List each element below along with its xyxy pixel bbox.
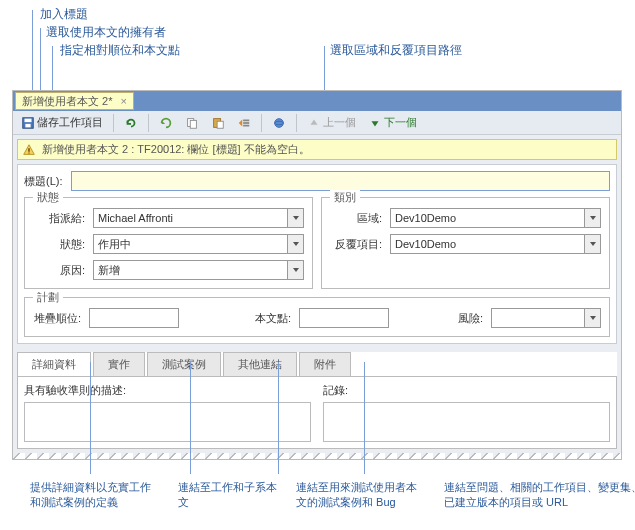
link-icon — [272, 116, 286, 130]
status-value: 作用中 — [94, 237, 287, 252]
svg-rect-2 — [25, 123, 30, 127]
iteration-label: 反覆項目: — [330, 237, 386, 252]
undo-icon — [124, 116, 138, 130]
reason-value: 新增 — [94, 263, 287, 278]
risk-combo[interactable] — [491, 308, 601, 328]
acceptance-label: 具有驗收準則的描述: — [24, 383, 311, 398]
chevron-down-icon[interactable] — [287, 209, 303, 227]
title-input[interactable] — [71, 171, 611, 191]
svg-rect-9 — [243, 124, 249, 126]
record-textarea[interactable] — [323, 402, 610, 442]
acceptance-textarea[interactable] — [24, 402, 311, 442]
torn-edge — [13, 453, 621, 459]
toolbar: 儲存工作項目 — [13, 111, 621, 135]
state-group: 狀態 指派給: Michael Affronti 狀態: 作用中 — [24, 197, 313, 289]
callout-select-owner: 選取使用本文的擁有者 — [46, 24, 166, 41]
iteration-value: Dev10Demo — [391, 238, 584, 250]
area-combo[interactable]: Dev10Demo — [390, 208, 601, 228]
stack-input[interactable] — [89, 308, 179, 328]
tab-implementation[interactable]: 實作 — [93, 352, 145, 376]
reason-label: 原因: — [33, 263, 89, 278]
note-other: 連結至問題、相關的工作項目、變更集、已建立版本的項目或 URL — [444, 480, 635, 510]
class-group: 類別 區域: Dev10Demo 反覆項目: Dev10Demo — [321, 197, 610, 289]
outdent-button[interactable] — [233, 113, 255, 133]
callout-rank-points: 指定相對順位和本文點 — [60, 42, 180, 59]
title-row: 標題(L): — [24, 171, 610, 191]
refresh-button[interactable] — [155, 113, 177, 133]
assigned-combo[interactable]: Michael Affronti — [93, 208, 304, 228]
svg-rect-1 — [25, 118, 32, 122]
note-details: 提供詳細資料以充實工作和測試案例的定義 — [30, 480, 160, 510]
callout-select-area: 選取區域和反覆項目路徑 — [330, 42, 462, 59]
undo-button[interactable] — [120, 113, 142, 133]
note-testcase: 連結至用來測試使用者本文的測試案例和 Bug — [296, 480, 426, 510]
callout-add-title: 加入標題 — [40, 6, 88, 23]
copy-button[interactable] — [181, 113, 203, 133]
warning-icon — [22, 143, 36, 157]
paste-icon — [211, 116, 225, 130]
next-button[interactable]: 下一個 — [364, 113, 421, 133]
status-combo[interactable]: 作用中 — [93, 234, 304, 254]
separator — [148, 114, 149, 132]
area-value: Dev10Demo — [391, 212, 584, 224]
chevron-down-icon[interactable] — [584, 209, 600, 227]
form-area: 標題(L): 狀態 指派給: Michael Affronti 狀態: — [17, 164, 617, 344]
svg-point-10 — [275, 118, 284, 127]
svg-rect-7 — [243, 119, 249, 121]
chevron-down-icon[interactable] — [584, 235, 600, 253]
risk-label: 風險: — [453, 311, 487, 326]
chevron-down-icon[interactable] — [287, 235, 303, 253]
note-impl: 連結至工作和子系本文 — [178, 480, 278, 510]
title-label: 標題(L): — [24, 174, 67, 189]
status-label: 狀態: — [33, 237, 89, 252]
svg-rect-13 — [28, 152, 30, 153]
group-title: 狀態 — [33, 190, 63, 205]
up-arrow-icon — [307, 116, 321, 130]
close-icon[interactable]: × — [120, 95, 126, 107]
chevron-down-icon[interactable] — [584, 309, 600, 327]
svg-rect-8 — [243, 122, 249, 124]
assigned-label: 指派給: — [33, 211, 89, 226]
area-label: 區域: — [330, 211, 386, 226]
callout-line — [278, 362, 279, 474]
stack-label: 堆疊順位: — [33, 311, 85, 326]
save-button[interactable]: 儲存工作項目 — [17, 113, 107, 133]
separator — [296, 114, 297, 132]
detail-body: 具有驗收準則的描述: 記錄: — [17, 377, 617, 449]
tab-attachments[interactable]: 附件 — [299, 352, 351, 376]
next-label: 下一個 — [384, 115, 417, 130]
record-label: 記錄: — [323, 383, 610, 398]
svg-rect-12 — [28, 148, 30, 152]
bottom-notes: 提供詳細資料以充實工作和測試案例的定義 連結至工作和子系本文 連結至用來測試使用… — [30, 480, 635, 510]
svg-rect-6 — [217, 121, 223, 128]
chevron-down-icon[interactable] — [287, 261, 303, 279]
points-input[interactable] — [299, 308, 389, 328]
save-icon — [21, 116, 35, 130]
copy-icon — [185, 116, 199, 130]
callout-line — [190, 362, 191, 474]
tab-testcases[interactable]: 測試案例 — [147, 352, 221, 376]
refresh-icon — [159, 116, 173, 130]
prev-label: 上一個 — [323, 115, 356, 130]
warning-text: 新增使用者本文 2 : TF20012: 欄位 [標題] 不能為空白。 — [42, 142, 310, 157]
iteration-combo[interactable]: Dev10Demo — [390, 234, 601, 254]
reason-combo[interactable]: 新增 — [93, 260, 304, 280]
document-tab-label: 新增使用者本文 2* — [22, 94, 112, 109]
editor-window: 新增使用者本文 2* × 儲存工作項目 — [12, 90, 622, 460]
acceptance-column: 具有驗收準則的描述: — [24, 383, 311, 442]
group-title: 類別 — [330, 190, 360, 205]
warning-bar: 新增使用者本文 2 : TF20012: 欄位 [標題] 不能為空白。 — [17, 139, 617, 160]
detail-tabs: 詳細資料 實作 測試案例 其他連結 附件 — [17, 352, 617, 377]
document-tab[interactable]: 新增使用者本文 2* × — [15, 92, 134, 110]
outdent-icon — [237, 116, 251, 130]
plan-group: 計劃 堆疊順位: 本文點: 風險: — [24, 297, 610, 337]
tab-details[interactable]: 詳細資料 — [17, 352, 91, 376]
group-title: 計劃 — [33, 290, 63, 305]
document-tab-bar: 新增使用者本文 2* × — [13, 91, 621, 111]
link-button[interactable] — [268, 113, 290, 133]
record-column: 記錄: — [323, 383, 610, 442]
callout-line — [90, 362, 91, 474]
paste-button[interactable] — [207, 113, 229, 133]
tab-other-links[interactable]: 其他連結 — [223, 352, 297, 376]
prev-button[interactable]: 上一個 — [303, 113, 360, 133]
